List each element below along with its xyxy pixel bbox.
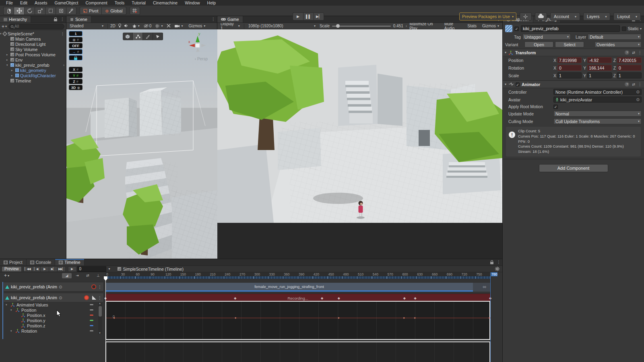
track-menu-icon[interactable]: ⋮ bbox=[98, 296, 102, 300]
bottom-tab[interactable]: Timeline bbox=[55, 259, 84, 265]
menu-item[interactable]: Edit bbox=[17, 0, 31, 5]
panel-menu-icon[interactable]: ⋮ bbox=[497, 260, 501, 264]
animated-property-row[interactable]: Position.y bbox=[3, 318, 104, 323]
hierarchy-row[interactable]: ▸ kiki_geometry bbox=[0, 68, 66, 73]
timeline-play-button[interactable]: ▶ bbox=[40, 266, 49, 272]
rect-tool-icon[interactable] bbox=[45, 7, 56, 15]
playhead[interactable] bbox=[105, 276, 106, 362]
object-picker-icon[interactable]: ⊙ bbox=[636, 90, 640, 94]
recording-track-header[interactable]: kiki_previz_prefab (Anim ⊙ ⋮ bbox=[3, 293, 104, 302]
curve-editor[interactable]: 0 ◆◆◆◆◆◆ bbox=[105, 301, 490, 340]
menu-item[interactable]: Help bbox=[204, 0, 220, 5]
preview-packages-dropdown[interactable]: Preview Packages in Use▾ bbox=[459, 12, 516, 21]
fold-arrow-icon[interactable]: ▾ bbox=[10, 329, 12, 333]
hand-tool-icon[interactable] bbox=[3, 7, 14, 15]
keyframe-diamond[interactable]: ◆ bbox=[113, 316, 115, 319]
move-tool-icon[interactable] bbox=[14, 7, 24, 15]
grid-push-button[interactable]: →# bbox=[69, 49, 83, 54]
timeline-end-marker[interactable] bbox=[490, 272, 491, 362]
object-picker-icon[interactable]: ⊙ bbox=[59, 296, 62, 300]
hierarchy-row[interactable]: ▾ SimpleScene* ⋮ bbox=[0, 31, 66, 36]
presets-icon[interactable]: ⇄ bbox=[632, 82, 635, 86]
tag-dropdown[interactable]: Untagged▾ bbox=[522, 34, 571, 40]
position-z-field[interactable]: 7.420015 bbox=[617, 57, 642, 63]
hierarchy-row[interactable]: Sky Volume bbox=[0, 47, 66, 52]
animated-property-row[interactable]: Position.z bbox=[3, 323, 104, 328]
keyframe-indicator[interactable] bbox=[90, 315, 93, 316]
keyframe-diamond[interactable]: ◆ bbox=[235, 316, 237, 319]
hierarchy-row[interactable]: ▾ kiki_previz_prefab › bbox=[0, 62, 66, 68]
preview-toggle[interactable]: Preview bbox=[2, 266, 22, 272]
hidden-objects-toggle[interactable]: 0 bbox=[144, 24, 152, 28]
animation-track-header[interactable]: kiki_previz_prefab (Anim ⊙ ⋮ bbox=[3, 282, 104, 292]
fold-arrow-icon[interactable]: ▾ bbox=[10, 309, 12, 312]
mix-mode-icon[interactable]: ◢ bbox=[62, 273, 72, 278]
orientation-gizmo[interactable]: y x bbox=[185, 32, 210, 57]
track-menu-icon[interactable]: ⋮ bbox=[98, 285, 102, 289]
rotation-x-field[interactable]: 0 bbox=[557, 65, 582, 71]
hierarchy-row[interactable]: Main Camera bbox=[0, 36, 66, 41]
play-button[interactable]: ▶ bbox=[293, 12, 303, 21]
rotation-y-field[interactable]: 166.144 bbox=[587, 65, 611, 71]
layout-dropdown[interactable]: Layout▾ bbox=[613, 12, 641, 21]
menu-item[interactable]: GameObject bbox=[51, 0, 82, 5]
play-range-button[interactable]: ▶ bbox=[68, 266, 76, 272]
keyframe-diamond[interactable]: ◆ bbox=[338, 316, 340, 319]
menu-item[interactable]: Tutorial bbox=[128, 0, 149, 5]
bottom-tab[interactable]: Console bbox=[27, 259, 56, 265]
fold-arrow-icon[interactable]: ▾ bbox=[6, 303, 7, 306]
scale-y-field[interactable]: 1 bbox=[587, 72, 611, 78]
lighting-toggle-icon[interactable] bbox=[118, 23, 122, 29]
component-menu-icon[interactable]: ⋮ bbox=[638, 82, 642, 86]
grid-y-button[interactable]: Y# bbox=[69, 73, 83, 78]
rotate-tool-icon[interactable] bbox=[24, 7, 35, 15]
scale-z-field[interactable]: 1 bbox=[617, 72, 642, 78]
fold-arrow-icon[interactable]: ▸ bbox=[11, 74, 13, 77]
global-toggle[interactable]: ⊕Global bbox=[102, 7, 126, 15]
presets-icon[interactable]: ⇄ bbox=[632, 51, 635, 55]
tab-game[interactable]: Game bbox=[217, 16, 243, 23]
marker-toggle-icon[interactable]: ⊥ bbox=[93, 273, 103, 278]
active-checkbox[interactable]: ✓ bbox=[514, 27, 519, 31]
rotation-z-field[interactable]: 0 bbox=[617, 65, 642, 71]
tab-scene[interactable]: Scene bbox=[66, 16, 91, 23]
cube-tool-icon[interactable] bbox=[123, 33, 133, 40]
record-button-active[interactable] bbox=[84, 295, 89, 300]
panel-menu-icon[interactable]: ⋮ bbox=[211, 17, 215, 21]
pen-tool-icon[interactable] bbox=[143, 33, 153, 40]
scale-slider-thumb[interactable] bbox=[336, 24, 340, 28]
curves-view-icon[interactable] bbox=[92, 296, 96, 300]
keyframe-diamond[interactable]: ◆ bbox=[414, 296, 417, 300]
timeline-ruler[interactable]: 0306090120150180210240270300330360390420… bbox=[105, 272, 490, 279]
keyframe-diamond[interactable]: ◆ bbox=[403, 296, 406, 300]
panel-menu-icon[interactable]: ⋮ bbox=[60, 17, 64, 21]
layer-dropdown[interactable]: Default▾ bbox=[588, 34, 642, 40]
menu-item[interactable]: Cinemachine bbox=[149, 0, 181, 5]
effects-dropdown[interactable]: ▾ bbox=[131, 23, 141, 29]
hierarchy-row[interactable]: Directional Light bbox=[0, 41, 66, 47]
fold-arrow-icon[interactable]: ▸ bbox=[11, 69, 13, 72]
2d-toggle[interactable]: 2D bbox=[110, 24, 116, 28]
curve-editor-next[interactable] bbox=[105, 341, 490, 362]
go-to-start-button[interactable]: ▏◀◀ bbox=[23, 266, 32, 272]
search-input[interactable] bbox=[14, 24, 43, 29]
step-button[interactable]: ▶▏ bbox=[314, 12, 324, 21]
static-checkbox[interactable] bbox=[622, 27, 626, 31]
ripple-mode-icon[interactable]: ⇥ bbox=[72, 273, 82, 278]
prefab-open-button[interactable]: Open bbox=[524, 41, 553, 47]
apply-root-motion-checkbox[interactable]: ✓ bbox=[553, 105, 558, 109]
keyframe-diamond[interactable]: ◆ bbox=[321, 296, 323, 300]
culling-mode-dropdown[interactable]: Cull Update Transforms▾ bbox=[553, 118, 642, 124]
display-dropdown[interactable]: Display 1▾ bbox=[219, 23, 242, 29]
grid-visibility-button[interactable]: ◉# bbox=[69, 37, 83, 42]
menu-item[interactable]: File bbox=[2, 0, 17, 5]
keyframe-diamond[interactable]: ◆ bbox=[414, 316, 416, 319]
keyframe-indicator[interactable] bbox=[90, 304, 93, 305]
scene-camera-dropdown[interactable]: ▾ bbox=[173, 23, 184, 29]
position-x-field[interactable]: 7.819998 bbox=[557, 57, 582, 63]
fold-arrow-icon[interactable]: ▸ bbox=[6, 53, 8, 56]
component-menu-icon[interactable]: ⋮ bbox=[638, 50, 642, 55]
grid-x-button[interactable]: X# bbox=[69, 67, 83, 72]
cloud-icon[interactable] bbox=[535, 12, 547, 21]
object-picker-icon[interactable]: ⊙ bbox=[59, 285, 62, 289]
